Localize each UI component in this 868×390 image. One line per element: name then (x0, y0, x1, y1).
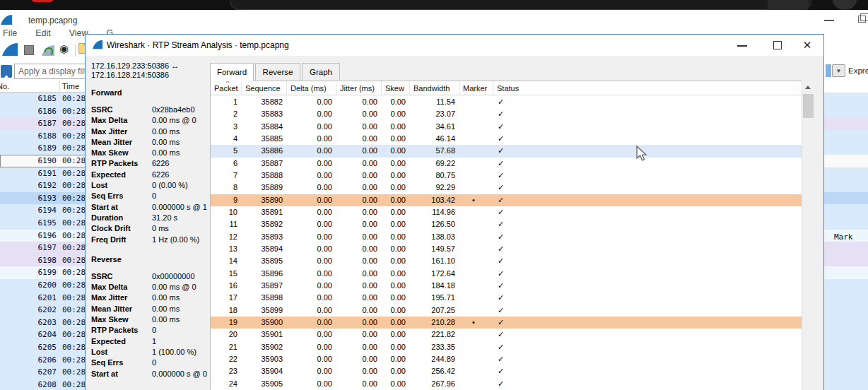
table-row[interactable]: 2358830.000.000.0023.07✓ (211, 108, 802, 120)
packet-row[interactable]: 620200:28:38 (0, 304, 86, 317)
scrollbar-thumb[interactable] (803, 94, 814, 118)
expression-button[interactable]: Expres (848, 66, 868, 75)
table-row[interactable]: 18358990.000.000.00207.25✓ (211, 305, 802, 317)
cell-sequence: 35903 (242, 355, 283, 365)
packet-row[interactable]: 619400:28:38 (0, 204, 86, 217)
dialog-minimize-button[interactable] (727, 35, 757, 56)
search-bar-segment[interactable] (768, 0, 809, 10)
cell-bandwidth: 114.96 (410, 208, 455, 218)
minimize-icon[interactable] (824, 20, 834, 21)
stat-row: Max Delta0.00 ms @ 0 (91, 115, 209, 126)
dialog-titlebar[interactable]: Wireshark · RTP Stream Analysis · temp.p… (86, 35, 823, 56)
packet-row[interactable]: 620500:28:38 (0, 341, 86, 354)
stat-value: 0.00 ms (152, 305, 180, 313)
packet-row[interactable]: 618800:28:38 (0, 130, 86, 143)
table-row[interactable]: 24359050.000.000.00267.96✓ (211, 378, 802, 390)
table-row[interactable]: 23359040.000.000.00256.42✓ (211, 365, 802, 377)
stat-row: Max Skew0.00 ms (91, 314, 209, 325)
packet-row[interactable]: 619200:28:38 (0, 179, 86, 192)
cell-packet: 15 (211, 269, 237, 279)
table-row[interactable]: 6358870.000.000.0069.22✓ (211, 158, 802, 170)
filter-bookmark-icon[interactable] (1, 65, 12, 78)
packet-row[interactable]: 620800:28:38 (0, 379, 86, 390)
col-status[interactable]: Status (493, 81, 536, 95)
packet-row[interactable]: 620000:28:38 (0, 279, 86, 292)
packet-row[interactable]: 618900:28:38 (0, 142, 86, 155)
menu-file[interactable]: File (3, 28, 17, 38)
table-row[interactable]: 4358850.000.000.0046.14✓ (211, 133, 802, 145)
packet-row[interactable]: 619500:28:38 (0, 217, 86, 230)
col-sequence[interactable]: Sequence (242, 81, 287, 95)
col-delta-ms-[interactable]: Delta (ms) (287, 81, 336, 95)
packet-row[interactable]: 619600:28:38 (0, 230, 86, 242)
table-row[interactable]: 8358890.000.000.0092.29✓ (211, 182, 802, 194)
stop-capture-icon[interactable] (24, 45, 34, 55)
col-time[interactable]: Time (62, 82, 79, 90)
col-jitter-ms-[interactable]: Jitter (ms) (336, 81, 382, 95)
table-row[interactable]: 16358970.000.000.00184.18✓ (211, 280, 802, 292)
col-bandwidth[interactable]: Bandwidth (410, 81, 459, 95)
menu-edit[interactable]: Edit (35, 28, 51, 38)
col-skew[interactable]: Skew (382, 81, 410, 95)
table-row[interactable]: 22359030.000.000.00244.89✓ (211, 353, 802, 365)
tab-forward[interactable]: Forward (210, 63, 254, 81)
capture-options-icon[interactable]: ◉ (59, 42, 69, 55)
col-no[interactable]: No. (0, 82, 9, 90)
packet-row[interactable]: 620400:28:38 (0, 329, 86, 341)
table-row[interactable]: 17358980.000.000.00195.71✓ (211, 292, 802, 304)
dialog-maximize-button[interactable] (763, 35, 792, 56)
table-row[interactable]: 12358930.000.000.00138.03✓ (211, 231, 802, 243)
packet-row[interactable]: 618700:28:38 (0, 117, 86, 130)
table-row[interactable]: 21359020.000.000.00233.35✓ (211, 341, 802, 353)
tab-reverse[interactable]: Reverse (255, 63, 300, 81)
table-row[interactable]: 1358820.000.000.0011.54✓ (211, 96, 802, 108)
cell-delta: 0.00 (287, 196, 332, 206)
table-row[interactable]: 5358860.000.000.0057.68✓ (211, 145, 802, 157)
table-row[interactable]: 11358920.000.000.00126.50✓ (211, 218, 802, 230)
cell-skew: 0.00 (382, 244, 406, 254)
cell-bandwidth: 195.71 (410, 293, 455, 303)
col-marker[interactable]: Marker (459, 81, 493, 95)
packet-row[interactable]: 620700:28:38 (0, 366, 86, 379)
filter-dropdown-button[interactable]: ▼ (832, 64, 845, 77)
cell-delta: 0.00 (287, 343, 332, 353)
packet-row[interactable]: 619800:28:38 (0, 254, 86, 267)
table-row[interactable]: 19359000.000.000.00210.28•✓ (211, 317, 802, 329)
packet-row[interactable]: 619100:28:38 (0, 167, 86, 180)
packet-row[interactable]: 619900:28:38 (0, 266, 86, 279)
packet-row-fragment (824, 317, 868, 329)
table-row[interactable]: 20359010.000.000.00221.82✓ (211, 329, 802, 341)
table-row[interactable]: 7358880.000.000.0080.75✓ (211, 170, 802, 182)
packet-row[interactable]: 619300:28:38 (0, 192, 86, 205)
packet-row[interactable]: 618500:28:38 (0, 93, 86, 105)
col-packet[interactable]: Packet (211, 81, 242, 95)
table-row[interactable]: 3358840.000.000.0034.61✓ (211, 121, 802, 133)
avatar[interactable] (833, 0, 857, 10)
table-row[interactable]: 14358950.000.000.00161.10✓ (211, 255, 802, 267)
cell-packet: 17 (211, 293, 237, 303)
cell-sequence: 35891 (242, 208, 283, 218)
table-row[interactable]: 9358900.000.000.00103.42•✓ (211, 194, 802, 206)
table-row[interactable]: 10358910.000.000.00114.96✓ (211, 206, 802, 218)
restore-icon[interactable] (858, 16, 866, 23)
shark-fin-icon[interactable] (1, 42, 18, 59)
cell-sequence: 35894 (242, 244, 283, 254)
scroll-up-icon[interactable] (805, 85, 811, 89)
packet-row[interactable]: 619000:28:38 (0, 155, 86, 167)
packet-row[interactable]: 620300:28:38 (0, 317, 86, 329)
table-row[interactable]: 13358940.000.000.00149.57✓ (211, 243, 802, 255)
stat-value: 6226 (152, 170, 169, 179)
column-divider[interactable] (59, 81, 60, 93)
packet-row[interactable]: 620600:28:38 (0, 354, 86, 367)
packet-row[interactable]: 619700:28:38 (0, 242, 86, 254)
packet-row[interactable]: 618600:28:38 (0, 105, 86, 118)
packet-row[interactable]: 620100:28:38 (0, 292, 86, 305)
restart-capture-icon[interactable] (41, 44, 55, 59)
browser-search-bar[interactable] (230, 0, 811, 10)
table-row[interactable]: 15358960.000.000.00172.64✓ (211, 268, 802, 280)
dialog-close-button[interactable]: ✕ (792, 35, 822, 56)
table-scrollbar[interactable] (802, 81, 814, 390)
tab-graph[interactable]: Graph (302, 63, 340, 81)
close-icon: ✕ (803, 39, 812, 51)
stat-label: SSRC (91, 105, 152, 115)
